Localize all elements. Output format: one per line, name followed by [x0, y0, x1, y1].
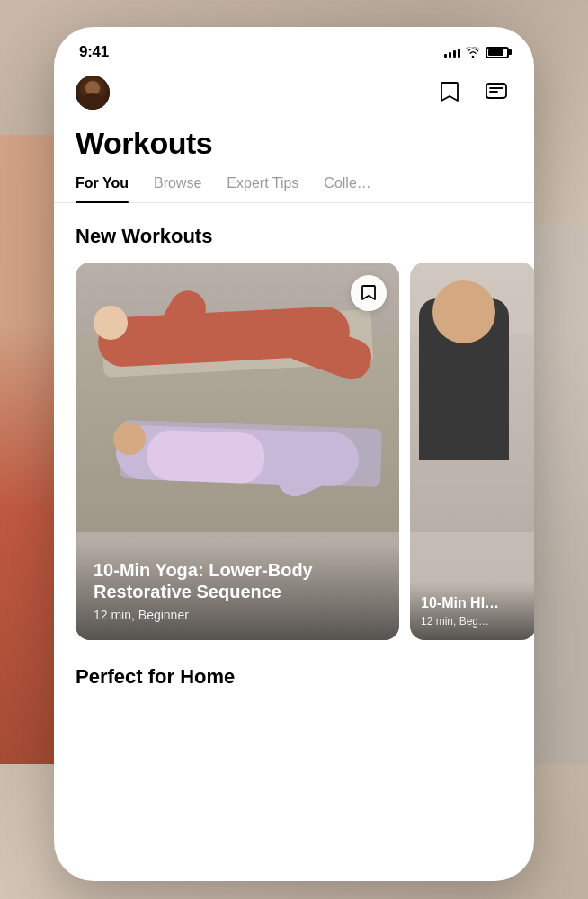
svg-rect-0: [486, 84, 506, 98]
card-overlay-yoga: 10-Min Yoga: Lower-Body Restorative Sequ…: [76, 541, 399, 640]
messages-button[interactable]: [480, 76, 512, 109]
avatar-image: [76, 76, 110, 110]
bookmark-button[interactable]: [433, 76, 466, 109]
battery-icon: [486, 47, 509, 58]
wifi-icon: [466, 47, 480, 58]
status-bar: 9:41: [54, 27, 534, 72]
tab-expert-tips[interactable]: Expert Tips: [227, 175, 298, 202]
page-title: Workouts: [54, 120, 534, 175]
header: [54, 72, 534, 120]
header-icons: [433, 76, 512, 109]
status-time: 9:41: [79, 43, 109, 61]
content-area: New Workouts: [54, 203, 534, 858]
workout-card-yoga[interactable]: 10-Min Yoga: Lower-Body Restorative Sequ…: [76, 263, 399, 640]
card-title-yoga: 10-Min Yoga: Lower-Body Restorative Sequ…: [94, 559, 381, 602]
workout-cards-row: 10-Min Yoga: Lower-Body Restorative Sequ…: [54, 263, 534, 640]
status-icons: [444, 47, 509, 58]
card2-meta: 12 min, Beg…: [421, 615, 525, 628]
tab-for-you[interactable]: For You: [76, 175, 129, 202]
card-meta-yoga: 12 min, Beginner: [94, 608, 381, 622]
tab-collections[interactable]: Colle…: [324, 175, 370, 202]
tabs-bar: For You Browse Expert Tips Colle…: [54, 175, 534, 203]
avatar[interactable]: [76, 76, 110, 110]
workout-card-hiit[interactable]: 10-Min HI… 12 min, Beg…: [410, 263, 534, 640]
card2-title: 10-Min HI…: [421, 594, 525, 611]
card2-overlay: 10-Min HI… 12 min, Beg…: [410, 582, 534, 640]
section-title-perfect-home: Perfect for Home: [54, 640, 534, 689]
signal-icon: [444, 47, 460, 58]
card-bookmark-yoga[interactable]: [351, 275, 387, 311]
section-title-new-workouts: New Workouts: [54, 225, 534, 263]
tab-browse[interactable]: Browse: [154, 175, 201, 202]
phone-card: 9:41: [54, 27, 534, 881]
